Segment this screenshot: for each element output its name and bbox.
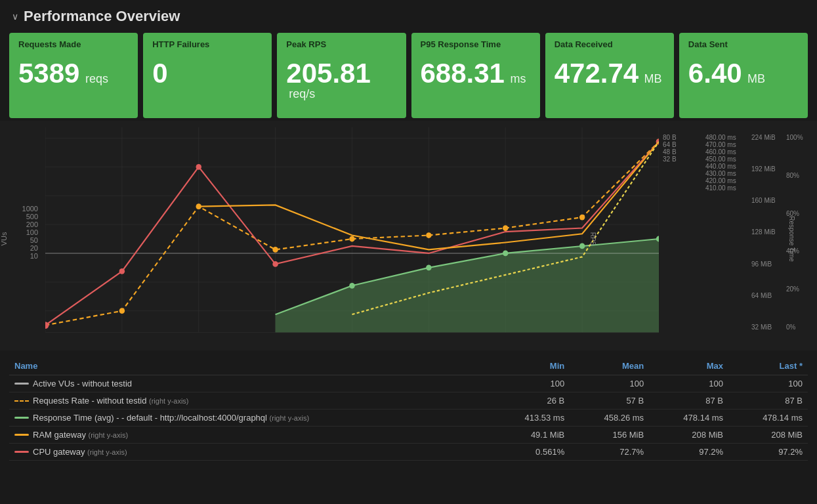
legend-last-response-time: 478.14 ms [728,410,808,427]
svg-point-21 [119,308,125,314]
legend-max-requests-rate: 87 B [649,392,728,410]
legend-last-cpu-gateway: 97.2% [728,444,808,461]
legend-mean-cpu-gateway: 72.7% [570,444,649,461]
legend-row-active-vus[interactable]: Active VUs - without testid 100 100 100 … [9,375,808,392]
metric-value-peak-rps: 205.81 req/s [286,60,396,101]
metric-card-http-failures: HTTP Failures 0 [143,33,272,118]
page-title: Performance Overview [24,8,180,25]
legend-mean-requests-rate: 57 B [570,392,649,410]
rps-axis-wrap: 80 B 64 B 48 B 32 B RPS [659,127,702,350]
collapse-icon[interactable]: ∨ [12,11,18,22]
metric-value-data-received: 472.74 MB [555,60,665,87]
svg-point-35 [119,268,125,274]
col-last: Last * [728,357,808,375]
y-axis-left-label: VUs [0,232,8,246]
y-axis-mib: 224 MiB 192 MiB 160 MiB 128 MiB 96 MiB 6… [749,127,785,350]
col-mean: Mean [570,357,649,375]
svg-point-31 [503,251,509,257]
col-max: Max [649,357,728,375]
legend-mean-ram-gateway: 156 MiB [570,427,649,444]
svg-point-32 [579,243,585,249]
y-axis-left: 1000 500 200 100 50 20 10 [9,198,42,280]
rt-ms-axis-wrap: 480.00 ms 470.00 ms 460.00 ms 450.00 ms … [702,127,749,350]
legend-name-active-vus[interactable]: Active VUs - without testid [9,375,490,392]
metric-card-data-received: Data Received 472.74 MB [545,33,674,118]
legend-min-requests-rate: 26 B [490,392,570,410]
metric-card-data-sent: Data Sent 6.40 MB [679,33,808,118]
metric-card-p95-response-time: P95 Response Time 688.31 ms [411,33,540,118]
legend-row-requests-rate[interactable]: Requests Rate - without testid (right y-… [9,392,808,410]
metric-card-requests-made: Requests Made 5389 reqs [9,33,138,118]
svg-point-29 [349,283,355,289]
metric-value-http-failures: 0 [152,60,262,87]
header: ∨ Performance Overview [0,0,817,33]
svg-point-27 [579,215,585,220]
legend-last-requests-rate: 87 B [728,392,808,410]
legend-max-response-time: 478.14 ms [649,410,728,427]
svg-point-24 [349,236,355,242]
legend-min-response-time: 413.53 ms [490,410,570,427]
legend-last-active-vus: 100 [728,375,808,392]
chart-container: VUs 1000 500 200 100 50 20 10 [9,127,808,350]
col-min: Min [490,357,570,375]
col-name: Name [9,357,490,375]
metric-card-peak-rps: Peak RPS 205.81 req/s [277,33,406,118]
chart-main: 15:34:25 15:34:30 15:34:35 15:34:40 15:3… [45,127,659,350]
svg-point-26 [503,225,509,231]
metric-value-data-sent: 6.40 MB [688,60,799,87]
legend-row-cpu-gateway[interactable]: CPU gateway (right y-axis) 0.561% 72.7% … [9,444,808,461]
legend-row-ram-gateway[interactable]: RAM gateway (right y-axis) 49.1 MiB 156 … [9,427,808,444]
metric-label-data-sent: Data Sent [688,39,799,49]
legend-section: Name Min Mean Max Last * Active VUs - wi… [0,350,817,466]
legend-mean-active-vus: 100 [570,375,649,392]
legend-table: Name Min Mean Max Last * Active VUs - wi… [9,357,808,461]
legend-name-response-time[interactable]: Response Time (avg) - - default - http:/… [9,410,490,427]
chart-svg [45,127,659,350]
legend-name-cpu-gateway[interactable]: CPU gateway (right y-axis) [9,444,490,461]
response-time-axis-label: Response Time [788,216,795,261]
legend-min-cpu-gateway: 0.561% [490,444,570,461]
y-axis-left-wrap: VUs 1000 500 200 100 50 20 10 [9,127,45,350]
legend-max-ram-gateway: 208 MiB [649,427,728,444]
svg-point-23 [272,247,278,253]
legend-max-active-vus: 100 [649,375,728,392]
legend-mean-response-time: 458.26 ms [570,410,649,427]
y-axis-rps: 80 B 64 B 48 B 32 B [659,127,702,182]
metric-label-requests-made: Requests Made [18,39,129,49]
chart-section: VUs 1000 500 200 100 50 20 10 [0,121,817,350]
metrics-row: Requests Made 5389 reqs HTTP Failures 0 … [0,33,817,118]
metric-value-p95-response-time: 688.31 ms [421,60,531,87]
svg-point-25 [426,232,432,238]
svg-point-30 [426,264,432,270]
right-axes: 80 B 64 B 48 B 32 B RPS 480.00 ms 470.00… [659,127,808,350]
legend-min-ram-gateway: 49.1 MiB [490,427,570,444]
rps-axis-label: RPS [589,232,597,246]
legend-last-ram-gateway: 208 MiB [728,427,808,444]
legend-name-ram-gateway[interactable]: RAM gateway (right y-axis) [9,427,490,444]
svg-point-37 [272,261,278,267]
legend-row-response-time[interactable]: Response Time (avg) - - default - http:/… [9,410,808,427]
metric-value-requests-made: 5389 reqs [18,60,129,87]
metric-label-p95-response-time: P95 Response Time [421,39,531,49]
metric-label-http-failures: HTTP Failures [152,39,262,49]
metric-label-data-received: Data Received [555,39,665,49]
svg-point-36 [196,164,202,170]
legend-name-requests-rate[interactable]: Requests Rate - without testid (right y-… [9,392,490,410]
metric-label-peak-rps: Peak RPS [286,39,396,49]
legend-min-active-vus: 100 [490,375,570,392]
y-axis-ms: 480.00 ms 470.00 ms 460.00 ms 450.00 ms … [702,127,749,211]
legend-max-cpu-gateway: 97.2% [649,444,728,461]
